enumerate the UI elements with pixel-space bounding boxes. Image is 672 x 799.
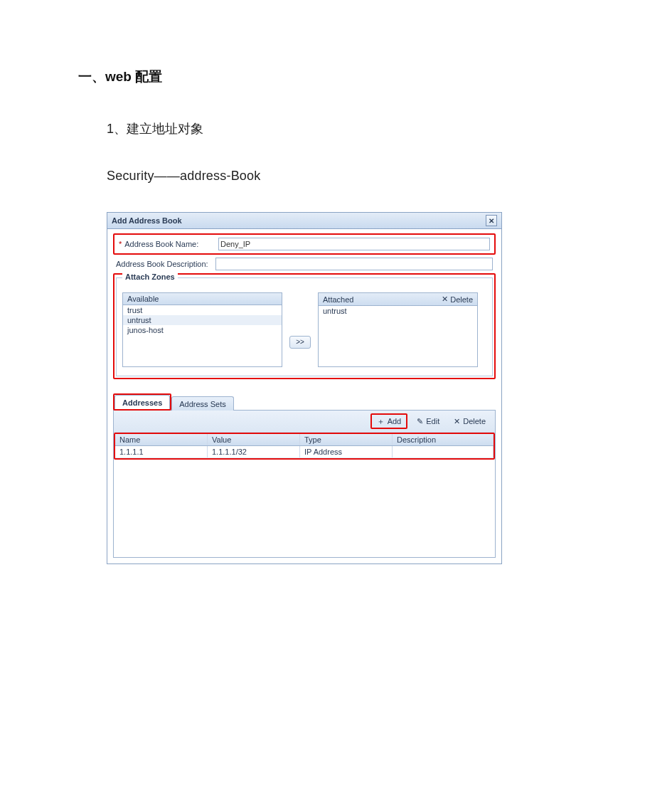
cell-value: 1.1.1.1/32: [208, 446, 300, 457]
attach-zones-legend: Attach Zones: [122, 272, 178, 281]
heading-web-config: 一、web 配置: [78, 68, 594, 86]
move-right-button[interactable]: >>: [289, 336, 311, 349]
edit-icon: ✎: [415, 417, 424, 425]
address-book-desc-label: Address Book Description:: [116, 260, 215, 268]
col-description[interactable]: Description: [393, 434, 494, 445]
grid-header: Name Value Type Description: [115, 434, 494, 446]
list-item[interactable]: junos-host: [123, 325, 282, 335]
table-row[interactable]: 1.1.1.1 1.1.1.1/32 IP Address: [115, 446, 494, 458]
delete-icon: ✕: [452, 417, 461, 425]
delete-label: Delete: [450, 295, 473, 304]
edit-button[interactable]: ✎ Edit: [410, 413, 444, 429]
delete-button[interactable]: ✕ Delete: [447, 413, 491, 429]
addresses-panel: ＋ Add ✎ Edit ✕ Delete: [113, 410, 496, 558]
add-icon: ＋: [377, 417, 385, 425]
add-address-book-dialog: Add Address Book ✕ *Address Book Name: A…: [107, 212, 502, 564]
highlight-add-button: ＋ Add: [370, 413, 408, 429]
step-1-text: 1、建立地址对象: [107, 120, 594, 137]
available-zones-list[interactable]: Available trust untrust junos-host: [122, 292, 282, 367]
tab-addresses[interactable]: Addresses: [114, 395, 170, 409]
col-name[interactable]: Name: [115, 434, 208, 445]
name-label-text: Address Book Name:: [124, 240, 198, 248]
available-header: Available: [127, 295, 159, 303]
dialog-title: Add Address Book: [112, 216, 182, 225]
list-item[interactable]: untrust: [123, 315, 282, 325]
address-book-desc-input[interactable]: [215, 258, 493, 270]
cell-type: IP Address: [300, 446, 393, 457]
list-item[interactable]: trust: [123, 305, 282, 315]
highlight-addresses-tab: Addresses: [113, 393, 171, 411]
edit-label: Edit: [426, 417, 439, 425]
add-button[interactable]: ＋ Add: [372, 415, 407, 428]
list-item[interactable]: untrust: [319, 306, 477, 316]
address-book-name-label: *Address Book Name:: [119, 240, 218, 248]
highlight-grid: Name Value Type Description 1.1.1.1 1.1.…: [114, 433, 495, 460]
dialog-titlebar: Add Address Book ✕: [107, 213, 501, 229]
close-icon[interactable]: ✕: [486, 215, 497, 226]
delete-label-2: Delete: [463, 417, 486, 425]
address-book-name-input[interactable]: [218, 238, 490, 250]
required-asterisk: *: [119, 240, 122, 248]
add-label: Add: [388, 417, 402, 425]
grid-toolbar: ＋ Add ✎ Edit ✕ Delete: [114, 411, 495, 433]
col-type[interactable]: Type: [300, 434, 393, 445]
attached-header: Attached: [323, 295, 353, 304]
attached-zones-list[interactable]: Attached ✕ Delete untrust: [318, 292, 478, 367]
tabs: Addresses Address Sets: [113, 393, 496, 411]
nav-path-text: Security——address-Book: [107, 169, 594, 184]
cell-desc: [393, 446, 494, 457]
tab-address-sets[interactable]: Address Sets: [171, 396, 233, 411]
delete-icon: ✕: [442, 295, 448, 304]
highlight-attach-zones: Attach Zones Available trust untrust jun…: [113, 273, 496, 379]
delete-attached-button[interactable]: ✕ Delete: [442, 295, 473, 304]
cell-name: 1.1.1.1: [115, 446, 208, 457]
highlight-name-row: *Address Book Name:: [113, 233, 496, 255]
col-value[interactable]: Value: [208, 434, 300, 445]
